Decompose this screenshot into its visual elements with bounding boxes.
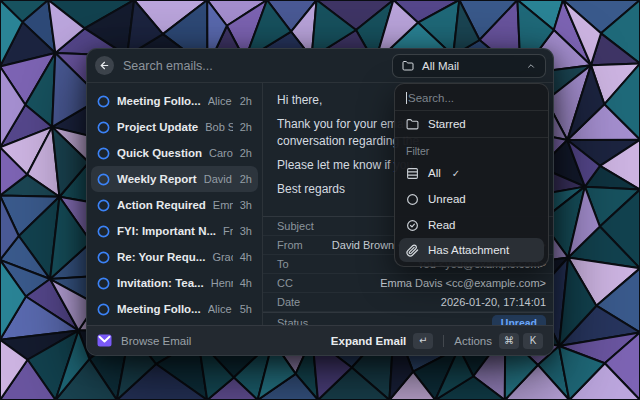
- unread-circle-icon: [97, 121, 110, 134]
- email-list-item[interactable]: Invitation: Tea... Henry Moore 4h: [91, 270, 258, 296]
- detail-row-cc: CC Emma Davis <cc@example.com>: [263, 274, 553, 293]
- rows-icon: [406, 167, 419, 180]
- unread-circle-icon: [97, 277, 110, 290]
- email-list-item-selected[interactable]: Weekly Report David Brown 2h: [91, 166, 258, 192]
- unread-circle-icon: [97, 95, 110, 108]
- menu-item-filter-has-attachment[interactable]: Has Attachment: [399, 238, 544, 262]
- email-list: Meeting Follo... Alice Johnson 2h Projec…: [87, 83, 263, 327]
- mailbox-label: All Mail: [422, 60, 459, 72]
- email-list-item[interactable]: Project Update Bob Smith 2h: [91, 114, 258, 140]
- menu-item-filter-unread[interactable]: Unread: [395, 186, 548, 212]
- folder-icon: [406, 118, 419, 131]
- filter-section-label: Filter: [395, 138, 548, 160]
- actions-button[interactable]: Actions ⌘ K: [454, 333, 543, 349]
- folder-icon: [402, 60, 414, 72]
- email-list-item[interactable]: Action Required Emma Davis 3h: [91, 192, 258, 218]
- k-keycap: K: [523, 333, 543, 349]
- email-list-item[interactable]: Meeting Follo... Alice Johnson 2h: [91, 88, 258, 114]
- expand-email-button[interactable]: Expand Email ↵: [331, 333, 433, 349]
- email-app-window: Search emails... All Mail Meeting Follo.…: [86, 48, 554, 356]
- email-list-item[interactable]: Meeting Follo... Alice Johnson 5h: [91, 296, 258, 322]
- command-keycap: ⌘: [499, 333, 519, 349]
- menu-item-filter-read[interactable]: Read: [395, 212, 548, 238]
- mail-app-logo-icon: [97, 334, 112, 347]
- check-circle-icon: [406, 219, 419, 232]
- chevron-up-icon: [526, 61, 536, 71]
- email-list-item[interactable]: FYI: Important N... Frank Miller 3h: [91, 218, 258, 244]
- detail-row-date: Date 2026-01-20, 17:14:01: [263, 293, 553, 312]
- return-keycap: ↵: [413, 333, 433, 349]
- back-button[interactable]: [95, 56, 114, 75]
- mailbox-selector-button[interactable]: All Mail: [392, 54, 546, 78]
- divider: [443, 335, 444, 347]
- paperclip-icon: [406, 244, 419, 257]
- footer-bar: Browse Email Expand Email ↵ Actions ⌘ K: [87, 325, 553, 355]
- unread-circle-icon: [97, 199, 110, 212]
- menu-item-starred[interactable]: Starred: [395, 111, 548, 137]
- check-icon: ✓: [452, 168, 460, 179]
- unread-circle-icon: [97, 225, 110, 238]
- unread-circle-icon: [97, 173, 110, 186]
- unread-circle-icon: [97, 147, 110, 160]
- email-list-item[interactable]: Re: Your Requ... Grace Wilson 4h: [91, 244, 258, 270]
- header-bar: Search emails... All Mail: [87, 49, 553, 83]
- mailbox-dropdown-menu: Search... Starred Filter All ✓ Unread: [394, 83, 549, 267]
- unread-circle-icon: [97, 303, 110, 316]
- email-list-item[interactable]: Quick Question Carol Williams 2h: [91, 140, 258, 166]
- menu-item-filter-all[interactable]: All ✓: [395, 160, 548, 186]
- app-name: Browse Email: [121, 335, 191, 347]
- arrow-left-icon: [99, 60, 110, 71]
- text-caret: [406, 92, 407, 104]
- unread-circle-icon: [97, 251, 110, 264]
- search-input[interactable]: Search emails...: [123, 59, 392, 73]
- circle-icon: [406, 193, 419, 206]
- dropdown-search-input[interactable]: Search...: [395, 86, 548, 110]
